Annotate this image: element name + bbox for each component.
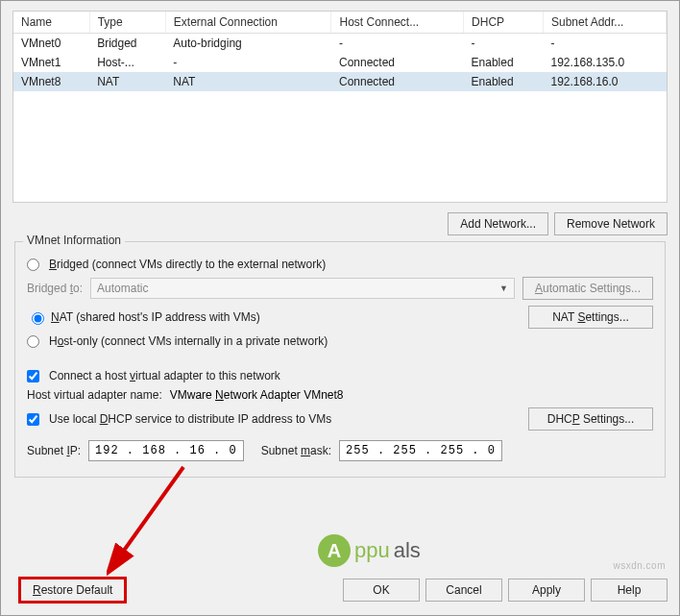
chevron-down-icon: ▼ [499,283,508,293]
network-buttons-row: Add Network... Remove Network [12,212,668,235]
col-type[interactable]: Type [89,12,165,34]
group-title: VMnet Information [23,234,125,247]
table-row[interactable]: VMnet1Host-...-ConnectedEnabled192.168.1… [13,53,667,72]
col-external-connection[interactable]: External Connection [165,12,331,34]
watermark-source: wsxdn.com [613,560,666,571]
connect-host-adapter-label: Connect a host virtual adapter to this n… [49,369,280,382]
add-network-button[interactable]: Add Network... [448,212,548,235]
table-cell: NAT [165,72,331,91]
subnet-ip-input[interactable]: 192 . 168 . 16 . 0 [88,440,244,461]
col-name[interactable]: Name [13,12,89,34]
subnet-mask-input[interactable]: 255 . 255 . 255 . 0 [339,440,502,461]
nat-radio[interactable] [32,312,44,325]
col-subnet-address[interactable]: Subnet Addr... [543,12,666,34]
bridged-to-label: Bridged to: [27,282,83,295]
cancel-button[interactable]: Cancel [425,579,502,602]
svg-line-0 [111,467,183,568]
table-cell: Enabled [464,72,544,91]
col-host-connection[interactable]: Host Connect... [331,12,464,34]
connect-host-adapter-checkbox[interactable] [27,370,39,382]
remove-network-button[interactable]: Remove Network [554,212,668,235]
subnet-ip-label: Subnet IP: [27,444,81,457]
connect-host-adapter-row: Connect a host virtual adapter to this n… [27,369,653,382]
table-cell: VMnet1 [13,53,89,72]
col-dhcp[interactable]: DHCP [464,12,544,34]
table-cell: - [165,53,331,72]
table-cell: Enabled [464,53,544,72]
bridged-radio[interactable] [27,259,39,271]
hostonly-radio[interactable] [27,335,39,348]
table-cell: NAT [89,72,165,91]
table-cell: - [543,34,666,54]
nat-label: NAT (shared host's IP address with VMs) [51,310,260,324]
table-cell: 192.168.16.0 [543,72,666,91]
ok-button[interactable]: OK [343,579,420,602]
dialog-button-row: Restore Default OK Cancel Apply Help [12,577,668,604]
table-cell: Connected [331,72,464,91]
table-cell: Bridged [89,34,165,54]
network-table[interactable]: Name Type External Connection Host Conne… [12,11,668,203]
automatic-settings-button: Automatic Settings... [522,277,653,300]
bridged-to-row: Bridged to: Automatic ▼ Automatic Settin… [27,277,653,300]
table-cell: - [464,34,544,54]
vmnet-information-group: VMnet Information Bridged (connect VMs d… [14,241,666,478]
subnet-row: Subnet IP: 192 . 168 . 16 . 0 Subnet mas… [27,440,653,461]
host-adapter-name-label: Host virtual adapter name: [27,388,162,402]
dhcp-service-checkbox[interactable] [27,413,39,426]
watermark-text-1: ppu [354,538,390,563]
help-button[interactable]: Help [591,579,668,602]
table-cell: VMnet8 [13,72,89,91]
table-cell: Connected [331,53,464,72]
bridged-radio-row: Bridged (connect VMs directly to the ext… [27,258,653,271]
watermark-logo-icon: A [318,534,351,567]
apply-button[interactable]: Apply [508,579,585,602]
dhcp-service-label: Use local DHCP service to distribute IP … [49,412,331,426]
nat-radio-row: NAT (shared host's IP address with VMs) … [27,306,653,329]
bridged-to-select: Automatic ▼ [90,278,515,299]
restore-default-button[interactable]: Restore Default [18,577,127,604]
bridged-to-value: Automatic [97,282,148,295]
table-header-row: Name Type External Connection Host Conne… [13,12,667,34]
bridged-label: Bridged (connect VMs directly to the ext… [49,258,326,271]
dhcp-settings-button[interactable]: DHCP Settings... [528,407,653,431]
table-cell: Auto-bridging [165,34,331,54]
host-adapter-name-value: VMware Network Adapter VMnet8 [170,388,344,402]
virtual-network-editor-window: Name Type External Connection Host Conne… [0,0,680,616]
table-row[interactable]: VMnet0BridgedAuto-bridging--- [13,34,667,54]
table-cell: 192.168.135.0 [543,53,666,72]
watermark-text-2: als [394,538,421,563]
table-cell: - [331,34,464,54]
dhcp-service-row: Use local DHCP service to distribute IP … [27,407,653,431]
table-row[interactable]: VMnet8NATNATConnectedEnabled192.168.16.0 [13,72,667,91]
table-cell: Host-... [89,53,165,72]
hostonly-radio-row: Host-only (connect VMs internally in a p… [27,334,653,348]
nat-settings-button[interactable]: NAT Settings... [528,306,653,329]
table-cell: VMnet0 [13,34,89,54]
subnet-mask-label: Subnet mask: [261,444,331,457]
table-body: VMnet0BridgedAuto-bridging---VMnet1Host-… [13,34,667,92]
watermark: A ppu als [318,534,421,567]
hostonly-label: Host-only (connect VMs internally in a p… [49,334,328,348]
host-adapter-name-row: Host virtual adapter name: VMware Networ… [27,388,653,402]
